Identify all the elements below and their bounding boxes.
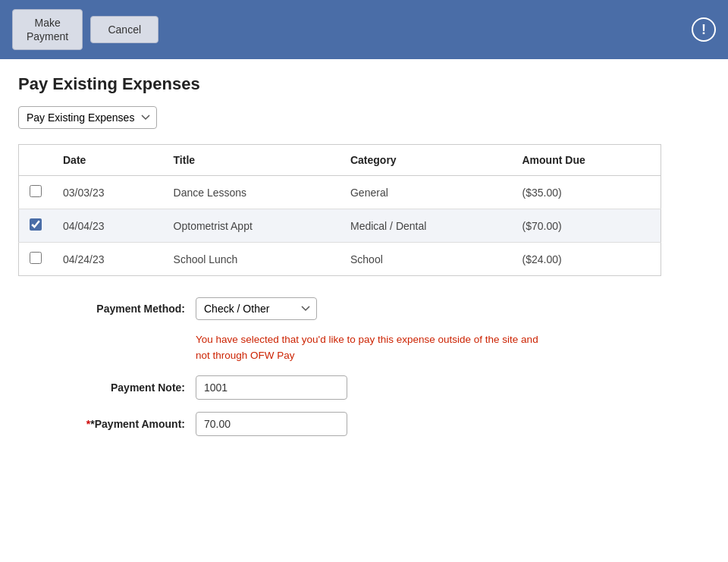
row3-checkbox[interactable]	[30, 252, 42, 264]
payment-note-input[interactable]	[196, 375, 347, 400]
row2-checkbox-cell	[19, 209, 53, 243]
row2-checkbox[interactable]	[30, 218, 42, 231]
header: Make Payment Cancel !	[0, 0, 728, 59]
main-content: Pay Existing Expenses Pay Existing Expen…	[0, 59, 728, 463]
info-icon[interactable]: !	[692, 17, 716, 42]
table-row: 04/04/23 Optometrist Appt Medical / Dent…	[19, 209, 661, 243]
warning-message: You have selected that you'd like to pay…	[196, 332, 544, 363]
make-payment-button[interactable]: Make Payment	[12, 9, 83, 50]
payment-amount-label: **Payment Amount:	[33, 418, 185, 430]
row3-category: School	[340, 243, 512, 276]
payment-note-row: Payment Note:	[33, 375, 710, 400]
col-category: Category	[340, 145, 512, 176]
row1-checkbox-cell	[19, 176, 53, 209]
row3-amount: ($24.00)	[512, 243, 661, 276]
row3-title: School Lunch	[163, 243, 340, 276]
payment-method-dropdown[interactable]: Check / Other Credit Card Cash Bank Tran…	[196, 297, 317, 320]
payment-method-label: Payment Method:	[33, 303, 185, 315]
row3-checkbox-cell	[19, 243, 53, 276]
col-date: Date	[52, 145, 163, 176]
row3-date: 04/24/23	[52, 243, 163, 276]
table-row: 03/03/23 Dance Lessons General ($35.00)	[19, 176, 661, 209]
row1-amount: ($35.00)	[512, 176, 661, 209]
row2-amount: ($70.00)	[512, 209, 661, 243]
row2-title: Optometrist Appt	[163, 209, 340, 243]
row2-date: 04/04/23	[52, 209, 163, 243]
payment-section: Payment Method: Check / Other Credit Car…	[18, 297, 710, 436]
cancel-button[interactable]: Cancel	[90, 16, 158, 43]
payment-method-row: Payment Method: Check / Other Credit Car…	[33, 297, 710, 320]
row1-checkbox[interactable]	[30, 185, 42, 197]
row2-category: Medical / Dental	[340, 209, 512, 243]
row1-category: General	[340, 176, 512, 209]
payment-amount-input[interactable]	[196, 412, 347, 436]
type-dropdown-wrapper: Pay Existing Expenses New Expense	[18, 106, 710, 129]
payment-amount-row: **Payment Amount:	[33, 412, 710, 436]
type-dropdown[interactable]: Pay Existing Expenses New Expense	[18, 106, 157, 129]
table-header-row: Date Title Category Amount Due	[19, 145, 661, 176]
payment-note-label: Payment Note:	[33, 381, 185, 394]
row1-title: Dance Lessons	[163, 176, 340, 209]
col-checkbox	[19, 145, 53, 176]
page-title: Pay Existing Expenses	[18, 74, 710, 94]
row1-date: 03/03/23	[52, 176, 163, 209]
expenses-table: Date Title Category Amount Due 03/03/23 …	[18, 144, 661, 276]
table-row: 04/24/23 School Lunch School ($24.00)	[19, 243, 661, 276]
col-amount: Amount Due	[512, 145, 661, 176]
col-title: Title	[163, 145, 340, 176]
